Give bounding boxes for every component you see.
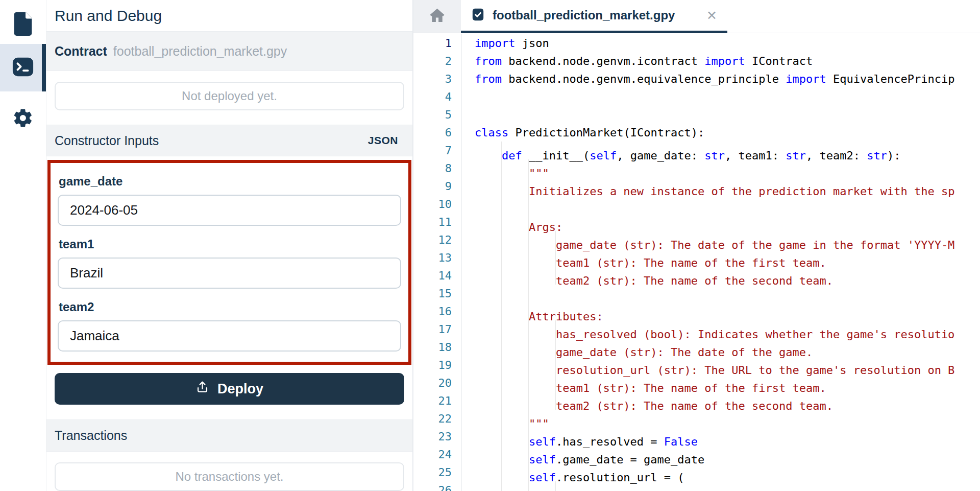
code-content[interactable]: import jsonfrom backend.node.genvm.icont… (462, 34, 980, 491)
code-line[interactable]: team2 (str): The name of the second team… (475, 267, 980, 285)
indent-guide (529, 374, 556, 392)
indent-guide (475, 446, 502, 463)
page-title: Run and Debug (46, 0, 412, 31)
indent-guide (502, 177, 529, 195)
input-game_date[interactable] (58, 195, 401, 226)
code-line[interactable] (475, 106, 980, 124)
line-number: 22 (413, 410, 452, 428)
indent-guide (475, 410, 502, 428)
indent-guide (502, 463, 529, 481)
deploy-status-text: Not deployed yet. (182, 89, 277, 103)
code-line[interactable]: team1 (str): The name of the first team. (475, 374, 980, 392)
tab-bar: football_prediction_market.gpy ✕ (413, 0, 980, 33)
indent-guide (529, 338, 556, 356)
contract-filename: football_prediction_market.gpy (113, 44, 287, 59)
sidebar-item-run-debug[interactable] (0, 44, 46, 91)
sidebar-item-settings[interactable] (0, 103, 46, 135)
indent-guide (529, 231, 556, 249)
line-number: 9 (413, 177, 452, 195)
code-token: team2 (str): The name of the second team… (556, 274, 833, 287)
indent-guide (502, 249, 529, 267)
close-icon[interactable]: ✕ (705, 8, 718, 23)
indent-guide (502, 267, 529, 285)
input-team1[interactable] (58, 258, 401, 289)
code-line[interactable] (475, 195, 980, 213)
code-token: IContract (745, 55, 813, 67)
home-button[interactable] (413, 0, 461, 33)
code-line[interactable]: Args: (475, 213, 980, 231)
code-line[interactable]: game_date (str): The date of the game. (475, 338, 980, 356)
indent-guide (529, 249, 556, 267)
code-line[interactable]: """ (475, 410, 980, 428)
constructor-field: team1 (58, 237, 401, 289)
code-line[interactable]: class PredictionMarket(IContract): (475, 124, 980, 142)
indent-guide (475, 213, 502, 231)
terminal-icon (11, 56, 35, 80)
line-number: 24 (413, 446, 452, 463)
code-line[interactable]: from backend.node.genvm.equivalence_prin… (475, 70, 980, 88)
code-line[interactable]: has_resolved (bool): Indicates whether t… (475, 320, 980, 338)
code-line[interactable]: import json (475, 34, 980, 52)
code-line[interactable]: self.resolution_url = ( (475, 463, 980, 481)
code-token: , team1: (725, 149, 786, 162)
constructor-field: game_date (58, 174, 401, 226)
code-token: Initializes a new instance of the predic… (529, 185, 954, 198)
constructor-inputs-highlight-box: game_dateteam1team2 (47, 160, 411, 365)
indent-guide (475, 356, 502, 374)
code-line[interactable]: game_date (str): The date of the game in… (475, 231, 980, 249)
code-line[interactable]: Initializes a new instance of the predic… (475, 177, 980, 195)
code-editor: football_prediction_market.gpy ✕ 1234567… (413, 0, 980, 491)
code-line[interactable]: "https://www.bbc.com/sport/football/scor… (475, 481, 980, 491)
indent-guide (502, 213, 529, 231)
code-line[interactable]: team2 (str): The name of the second team… (475, 392, 980, 410)
code-line[interactable]: self.has_resolved = False (475, 428, 980, 446)
line-number: 3 (413, 70, 452, 88)
deploy-status-box: Not deployed yet. (55, 82, 404, 110)
constructor-field: team2 (58, 300, 401, 352)
constructor-fields: game_dateteam1team2 (58, 174, 401, 352)
input-team2[interactable] (58, 320, 401, 352)
code-line[interactable]: def __init__(self, game_date: str, team1… (475, 142, 980, 159)
indent-guide (475, 231, 502, 249)
indent-guide (475, 463, 502, 481)
code-line[interactable] (475, 88, 980, 106)
sidebar-item-files[interactable] (0, 6, 46, 44)
indent-guide (529, 267, 556, 285)
code-line[interactable]: from backend.node.genvm.icontract import… (475, 52, 980, 70)
indent-guide (502, 320, 529, 338)
indent-guide (502, 410, 529, 428)
indent-guide (502, 195, 529, 213)
code-line[interactable]: """ (475, 159, 980, 177)
field-label-team2: team2 (59, 300, 401, 314)
json-toggle[interactable]: JSON (368, 134, 398, 147)
line-number: 25 (413, 463, 452, 481)
code-token: from (475, 73, 502, 85)
indent-guide (475, 159, 502, 177)
indent-guide (529, 356, 556, 374)
indent-guide (502, 302, 529, 320)
code-line[interactable]: self.game_date = game_date (475, 446, 980, 463)
code-token: team2 (str): The name of the second team… (556, 400, 833, 412)
indent-guide (529, 392, 556, 410)
line-number: 10 (413, 195, 452, 213)
tab-football-prediction-market[interactable]: football_prediction_market.gpy ✕ (461, 0, 727, 33)
code-line[interactable]: resolution_url (str): The URL to the gam… (475, 356, 980, 374)
code-line[interactable]: team1 (str): The name of the first team. (475, 249, 980, 267)
code-token: import (475, 37, 515, 50)
line-number: 26 (413, 481, 452, 491)
code-token: str (704, 149, 725, 162)
code-token: ): (887, 149, 901, 162)
indent-guide (502, 159, 529, 177)
code-token: backend.node.genvm.icontract (502, 55, 704, 67)
line-number: 18 (413, 338, 452, 356)
indent-guide (502, 428, 529, 446)
code-token: PredictionMarket(IContract): (508, 126, 704, 139)
code-token: str (867, 149, 887, 162)
code-line[interactable]: Attributes: (475, 302, 980, 320)
code-line[interactable] (475, 285, 980, 302)
code-token: "https://www.bbc.com/sport/football/scor… (556, 489, 914, 491)
line-number: 7 (413, 142, 452, 159)
line-number: 6 (413, 124, 452, 142)
deploy-button[interactable]: Deploy (55, 373, 404, 405)
indent-guide (475, 320, 502, 338)
